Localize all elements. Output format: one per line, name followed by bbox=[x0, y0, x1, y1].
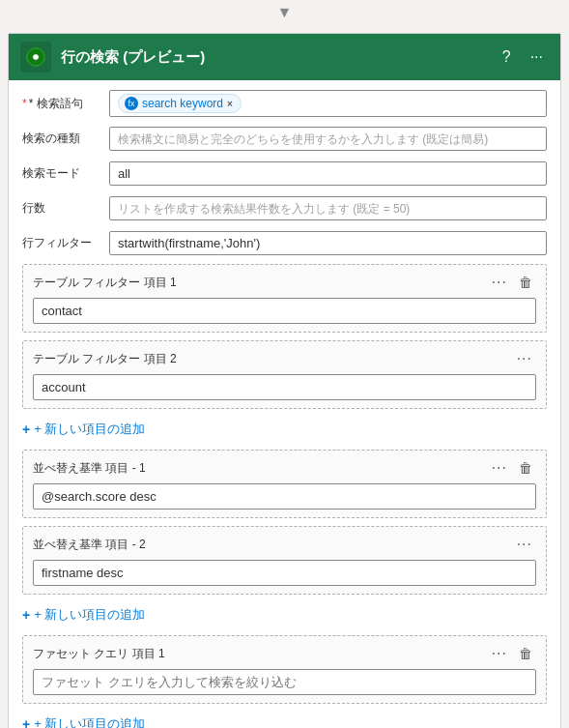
header-left: 行の検索 (プレビュー) bbox=[20, 42, 205, 73]
facet-query-input[interactable] bbox=[33, 669, 536, 695]
sort-section-1: 並べ替え基準 項目 - 1 ··· 🗑 bbox=[22, 450, 547, 518]
facet-query-title: ファセット クエリ 項目 1 bbox=[33, 646, 165, 662]
facet-query-header: ファセット クエリ 項目 1 ··· 🗑 bbox=[33, 644, 536, 663]
sort-2-more-button[interactable]: ··· bbox=[513, 535, 536, 554]
sort-2-header: 並べ替え基準 項目 - 2 ··· bbox=[33, 535, 536, 554]
help-button[interactable]: ? bbox=[497, 46, 517, 68]
sort-2-input[interactable] bbox=[33, 560, 536, 586]
row-filter-label: 行フィルター bbox=[22, 235, 109, 251]
table-filter-section-2: テーブル フィルター 項目 2 ··· bbox=[22, 340, 547, 409]
table-filter-2-actions: ··· bbox=[513, 349, 536, 368]
table-filter-2-header: テーブル フィルター 項目 2 ··· bbox=[33, 349, 536, 368]
table-filter-section-1: テーブル フィルター 項目 1 ··· 🗑 bbox=[22, 264, 547, 333]
facet-query-more-button[interactable]: ··· bbox=[488, 644, 511, 663]
sort-section-2: 並べ替え基準 項目 - 2 ··· bbox=[22, 526, 547, 595]
table-filter-1-more-button[interactable]: ··· bbox=[488, 273, 511, 292]
action-card: 行の検索 (プレビュー) ? ··· ** 検索語句 fx search key… bbox=[8, 33, 561, 728]
sort-1-delete-button[interactable]: 🗑 bbox=[515, 459, 536, 477]
sort-1-actions: ··· 🗑 bbox=[488, 458, 536, 478]
search-keyword-tag: fx search keyword × bbox=[118, 94, 242, 113]
search-keyword-label: ** 検索語句 bbox=[22, 96, 109, 112]
search-mode-label: 検索モード bbox=[22, 165, 109, 182]
sort-1-header: 並べ替え基準 項目 - 1 ··· 🗑 bbox=[33, 458, 536, 478]
required-star: * bbox=[22, 97, 27, 110]
search-type-input[interactable] bbox=[109, 127, 547, 151]
more-options-button[interactable]: ··· bbox=[525, 46, 549, 68]
sort-2-actions: ··· bbox=[513, 535, 536, 554]
add-sort-icon: + bbox=[22, 607, 30, 623]
add-facet-icon: + bbox=[22, 716, 30, 728]
facet-query-delete-button[interactable]: 🗑 bbox=[515, 645, 536, 662]
add-facet-label: + 新しい項目の追加 bbox=[34, 715, 145, 728]
row-count-row: 行数 bbox=[22, 194, 547, 221]
row-filter-input[interactable] bbox=[109, 231, 547, 255]
card-header: 行の検索 (プレビュー) ? ··· bbox=[9, 34, 560, 80]
sort-1-title: 並べ替え基準 項目 - 1 bbox=[33, 460, 146, 477]
add-table-filter-icon: + bbox=[22, 422, 30, 437]
connector-icon bbox=[20, 42, 51, 73]
svg-point-1 bbox=[33, 54, 39, 60]
row-count-label: 行数 bbox=[22, 200, 109, 217]
add-table-filter-button[interactable]: + + 新しい項目の追加 bbox=[22, 417, 145, 442]
tag-close-button[interactable]: × bbox=[227, 99, 233, 109]
search-mode-row: 検索モード bbox=[22, 160, 547, 187]
search-type-label: 検索の種類 bbox=[22, 131, 109, 147]
add-sort-label: + 新しい項目の追加 bbox=[34, 606, 145, 624]
header-actions: ? ··· bbox=[497, 46, 549, 68]
facet-query-actions: ··· 🗑 bbox=[488, 644, 536, 663]
tag-icon: fx bbox=[125, 97, 138, 110]
add-facet-button[interactable]: + + 新しい項目の追加 bbox=[22, 712, 145, 728]
table-filter-1-actions: ··· 🗑 bbox=[488, 273, 536, 292]
facet-query-section: ファセット クエリ 項目 1 ··· 🗑 bbox=[22, 635, 547, 704]
search-keyword-input[interactable]: fx search keyword × bbox=[109, 90, 547, 117]
sort-1-more-button[interactable]: ··· bbox=[488, 458, 511, 478]
table-filter-1-delete-button[interactable]: 🗑 bbox=[515, 274, 536, 291]
add-table-filter-label: + 新しい項目の追加 bbox=[34, 421, 145, 438]
sort-2-title: 並べ替え基準 項目 - 2 bbox=[33, 537, 146, 553]
search-keyword-row: ** 検索語句 fx search keyword × bbox=[22, 90, 547, 117]
table-filter-2-more-button[interactable]: ··· bbox=[513, 349, 536, 368]
sort-1-input[interactable] bbox=[33, 483, 536, 510]
search-type-row: 検索の種類 bbox=[22, 125, 547, 152]
table-filter-1-title: テーブル フィルター 項目 1 bbox=[33, 275, 177, 291]
table-filter-1-input[interactable] bbox=[33, 298, 536, 324]
table-filter-2-title: テーブル フィルター 項目 2 bbox=[33, 351, 177, 367]
search-mode-input[interactable] bbox=[109, 161, 547, 186]
form-body: ** 検索語句 fx search keyword × 検索の種類 検索モード … bbox=[9, 80, 560, 728]
top-connector-arrow: ▼ bbox=[0, 0, 569, 25]
row-filter-row: 行フィルター bbox=[22, 229, 547, 256]
table-filter-1-header: テーブル フィルター 項目 1 ··· 🗑 bbox=[33, 273, 536, 292]
card-title: 行の検索 (プレビュー) bbox=[61, 48, 205, 67]
row-count-input[interactable] bbox=[109, 196, 547, 220]
table-filter-2-input[interactable] bbox=[33, 374, 536, 400]
add-sort-button[interactable]: + + 新しい項目の追加 bbox=[22, 602, 145, 627]
